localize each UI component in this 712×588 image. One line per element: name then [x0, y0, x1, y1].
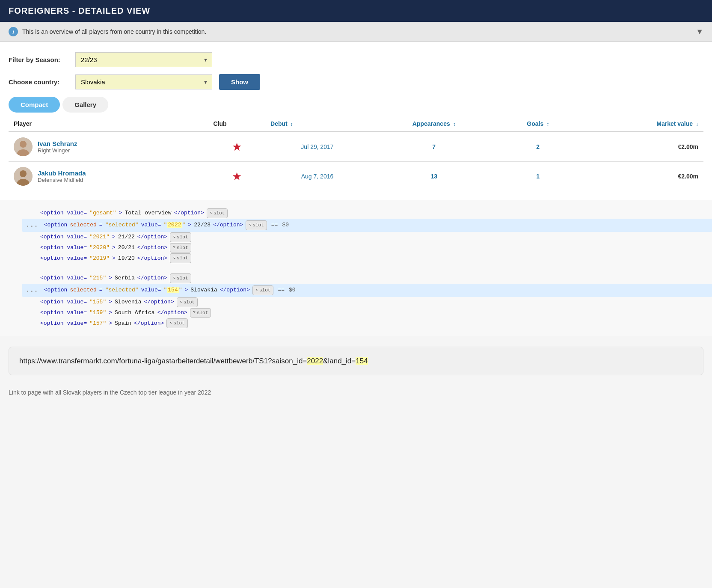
- col-goals[interactable]: Goals ↕: [498, 116, 577, 132]
- debut-sort-arrow: ↕: [291, 121, 293, 127]
- url-text-before: https://www.transfermarkt.com/fortuna-li…: [19, 357, 307, 365]
- info-bar-content: i This is an overview of all players fro…: [9, 27, 206, 36]
- slot-badge-10: slot: [166, 318, 187, 328]
- player-position-2: Defensive Midfield: [38, 177, 86, 183]
- player-position-1: Right Winger: [38, 147, 77, 154]
- country-select[interactable]: Serbia Slovakia Slovenia South Africa Sp…: [75, 74, 212, 89]
- appearances-cell-2: 13: [369, 162, 498, 191]
- tabs-container: Compact Gallery: [9, 97, 703, 113]
- season-filter-label: Filter by Season:: [9, 56, 68, 63]
- info-bar: i This is an overview of all players fro…: [0, 22, 712, 42]
- slot-badge-8: slot: [177, 297, 198, 307]
- debut-cell-2: Aug 7, 2016: [265, 162, 369, 191]
- player-info-2: Jakub Hromada Defensive Midfield: [14, 167, 203, 186]
- club-cell-2: ★: [208, 162, 266, 191]
- page-caption: Link to page with all Slovak players in …: [0, 386, 712, 404]
- season-select[interactable]: Total overview 22/23 21/22 20/21 19/20: [75, 52, 212, 67]
- goals-cell-1: 2: [498, 132, 577, 162]
- club-cell-1: ★: [208, 132, 266, 162]
- player-info-1: Ivan Schranz Right Winger: [14, 137, 203, 156]
- code-line-1: <option value="gesamt">Total overview</o…: [26, 208, 712, 219]
- debut-cell-1: Jul 29, 2017: [265, 132, 369, 162]
- slot-badge-4: slot: [170, 243, 191, 253]
- slot-badge-5: slot: [170, 253, 191, 263]
- url-bar: https://www.transfermarkt.com/fortuna-li…: [9, 347, 703, 376]
- slot-badge-6: slot: [170, 273, 191, 283]
- season-select-wrapper: Total overview 22/23 21/22 20/21 19/20: [75, 52, 212, 67]
- market-value-sort-link[interactable]: Market value ↓: [656, 120, 698, 127]
- table-row: Ivan Schranz Right Winger ★ Jul 29, 2017…: [9, 132, 703, 162]
- goals-sort-link[interactable]: Goals ↕: [527, 120, 549, 127]
- club-logo-1[interactable]: ★: [214, 140, 261, 154]
- code-line-5: <option value="2019">19/20</option> slot: [26, 253, 712, 264]
- dots-icon-7: ...: [26, 285, 38, 296]
- url-highlight-1: 2022: [307, 357, 323, 365]
- code-panel: <option value="gesamt">Total overview</o…: [0, 200, 712, 336]
- col-market-value[interactable]: Market value ↓: [577, 116, 703, 132]
- player-name-2[interactable]: Jakub Hromada: [38, 169, 86, 177]
- country-filter-row: Choose country: Serbia Slovakia Slovenia…: [9, 74, 703, 90]
- tab-compact[interactable]: Compact: [9, 97, 60, 113]
- country-select-wrapper: Serbia Slovakia Slovenia South Africa Sp…: [75, 74, 212, 89]
- season-filter-row: Filter by Season: Total overview 22/23 2…: [9, 52, 703, 67]
- show-button[interactable]: Show: [219, 74, 260, 90]
- avatar-2: [14, 167, 33, 186]
- url-highlight-2: 154: [356, 357, 368, 365]
- code-line-8: <option value="155">Slovenia</option> sl…: [26, 297, 712, 308]
- dots-icon-2: ...: [26, 220, 38, 231]
- table-row: Jakub Hromada Defensive Midfield ★ Aug 7…: [9, 162, 703, 191]
- info-icon: i: [9, 27, 18, 36]
- slot-badge-3: slot: [170, 232, 191, 242]
- slot-badge-9: slot: [190, 308, 211, 318]
- tab-gallery[interactable]: Gallery: [62, 97, 108, 113]
- appearances-sort-link[interactable]: Appearances ↕: [412, 120, 456, 127]
- club-logo-2[interactable]: ★: [214, 170, 261, 183]
- svg-point-1: [20, 141, 27, 148]
- code-line-3: <option value="2021">21/22</option> slot: [26, 232, 712, 243]
- col-debut[interactable]: Debut ↕: [265, 116, 369, 132]
- appearances-cell-1: 7: [369, 132, 498, 162]
- page-title: FOREIGNERS - DETAILED VIEW: [9, 6, 150, 15]
- url-text-between: &land_id=: [323, 357, 356, 365]
- chevron-down-icon[interactable]: ▼: [696, 27, 703, 36]
- code-line-2: ... <option selected="selected" value="2…: [22, 219, 712, 232]
- code-line-7: ... <option selected="selected" value="1…: [22, 284, 712, 297]
- player-details-1: Ivan Schranz Right Winger: [38, 140, 77, 154]
- debut-sort-link[interactable]: Debut ↕: [270, 120, 293, 127]
- code-line-9: <option value="159">South Africa</option…: [26, 308, 712, 318]
- slot-badge-7: slot: [252, 285, 273, 295]
- player-details-2: Jakub Hromada Defensive Midfield: [38, 169, 86, 183]
- country-filter-label: Choose country:: [9, 78, 68, 86]
- code-line-10: <option value="157">Spain</option> slot: [26, 318, 712, 329]
- code-line-6: <option value="215">Serbia</option> slot: [26, 273, 712, 284]
- main-content: Filter by Season: Total overview 22/23 2…: [0, 42, 712, 200]
- player-name-1[interactable]: Ivan Schranz: [38, 140, 77, 147]
- code-line-4: <option value="2020">20/21</option> slot: [26, 243, 712, 253]
- svg-point-4: [20, 170, 27, 177]
- col-appearances[interactable]: Appearances ↕: [369, 116, 498, 132]
- player-cell-2: Jakub Hromada Defensive Midfield: [9, 162, 208, 191]
- col-player: Player: [9, 116, 208, 132]
- players-table: Player Club Debut ↕ Appearances ↕: [9, 116, 703, 191]
- market-value-sort-arrow: ↓: [696, 121, 698, 127]
- market-value-cell-1: €2.00m: [577, 132, 703, 162]
- goals-cell-2: 1: [498, 162, 577, 191]
- slot-badge-2: slot: [246, 220, 267, 230]
- market-value-cell-2: €2.00m: [577, 162, 703, 191]
- info-text: This is an overview of all players from …: [22, 28, 206, 35]
- avatar-1: [14, 137, 33, 156]
- col-club: Club: [208, 116, 266, 132]
- page-header: FOREIGNERS - DETAILED VIEW: [0, 0, 712, 22]
- player-cell-1: Ivan Schranz Right Winger: [9, 132, 208, 162]
- appearances-sort-arrow: ↕: [453, 121, 456, 127]
- table-header-row: Player Club Debut ↕ Appearances ↕: [9, 116, 703, 132]
- slot-badge: slot: [207, 208, 228, 218]
- goals-sort-arrow: ↕: [546, 121, 549, 127]
